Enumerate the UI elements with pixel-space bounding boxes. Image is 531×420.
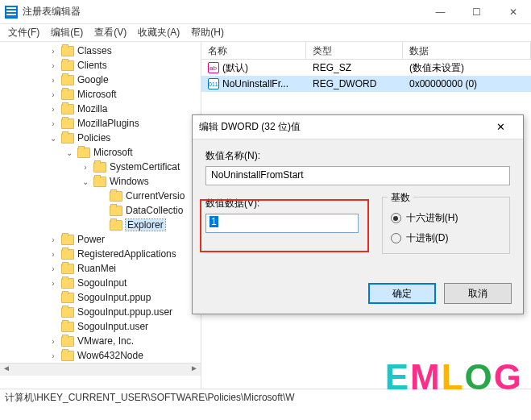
- ok-button[interactable]: 确定: [368, 283, 436, 304]
- edit-dword-dialog: 编辑 DWORD (32 位)值 ✕ 数值名称(N): NoUninstallF…: [192, 114, 524, 314]
- radix-dec-option[interactable]: 十进制(D): [391, 231, 501, 245]
- tree-node-label: RegisteredApplications: [77, 248, 176, 260]
- tree-node-label: VMware, Inc.: [77, 335, 134, 347]
- twist-icon[interactable]: ›: [48, 76, 58, 85]
- tree-node[interactable]: SogouInput.user: [0, 319, 201, 334]
- tree-node-label: Power: [77, 234, 105, 245]
- twist-icon[interactable]: ›: [48, 90, 58, 99]
- tree-node-label: Explorer: [126, 219, 165, 231]
- value-name-input[interactable]: NoUninstallFromStart: [205, 166, 510, 185]
- folder-icon: [110, 191, 122, 202]
- folder-icon: [61, 351, 74, 361]
- folder-icon: [93, 177, 106, 187]
- dialog-titlebar[interactable]: 编辑 DWORD (32 位)值 ✕: [193, 115, 523, 139]
- tree-node[interactable]: ›SogouInput: [0, 276, 201, 290]
- tree-node[interactable]: ›Clients: [0, 58, 201, 73]
- folder-icon: [61, 133, 74, 143]
- value-data: 0x00000000 (0): [403, 78, 531, 89]
- tree-node-label: SogouInput: [77, 277, 127, 289]
- tree-node[interactable]: ›Power: [0, 232, 201, 247]
- tree-node[interactable]: ›MozillaPlugins: [0, 116, 201, 131]
- window-title: 注册表编辑器: [23, 5, 422, 19]
- twist-icon[interactable]: ›: [48, 235, 58, 244]
- radio-icon: [391, 213, 401, 223]
- reg-value-icon: [208, 78, 219, 89]
- tree-node[interactable]: DataCollectio: [0, 203, 201, 218]
- menu-fav[interactable]: 收藏夹(A): [133, 24, 185, 41]
- twist-icon[interactable]: ›: [81, 163, 90, 172]
- twist-icon[interactable]: ›: [48, 351, 58, 360]
- twist-icon[interactable]: ›: [48, 337, 58, 346]
- radix-legend: 基数: [388, 191, 413, 205]
- menu-help[interactable]: 帮助(H): [186, 24, 229, 41]
- tree-node-label: Classes: [77, 45, 112, 56]
- col-data[interactable]: 数据: [403, 42, 531, 59]
- tree-node[interactable]: ⌄Windows: [0, 174, 201, 189]
- twist-icon[interactable]: ›: [48, 105, 58, 114]
- minimize-button[interactable]: —: [422, 0, 458, 24]
- twist-icon[interactable]: ⌄: [48, 134, 58, 143]
- col-name[interactable]: 名称: [201, 42, 306, 59]
- twist-icon[interactable]: ⌄: [64, 148, 74, 157]
- tree-node[interactable]: ⌄Microsoft: [0, 145, 201, 160]
- tree-node[interactable]: ›RuanMei: [0, 261, 201, 276]
- folder-icon: [61, 75, 74, 85]
- tree-node-label: Clients: [77, 60, 107, 71]
- value-name-label: 数值名称(N):: [205, 149, 510, 163]
- tree-node[interactable]: CurrentVersio: [0, 189, 201, 203]
- cancel-button[interactable]: 取消: [444, 283, 512, 304]
- tree-node-label: SogouInput.ppup: [77, 292, 151, 303]
- list-row[interactable]: (默认)REG_SZ(数值未设置): [201, 60, 531, 76]
- list-header: 名称 类型 数据: [201, 42, 531, 60]
- menu-edit[interactable]: 编辑(E): [46, 24, 88, 41]
- dialog-close-button[interactable]: ✕: [484, 116, 516, 139]
- twist-icon[interactable]: ›: [48, 264, 58, 273]
- radix-hex-label: 十六进制(H): [406, 211, 458, 225]
- value-name: NoUninstallFr...: [222, 78, 288, 89]
- menu-file[interactable]: 文件(F): [3, 24, 44, 41]
- tree-node-label: Mozilla: [77, 103, 107, 114]
- tree-node[interactable]: ⌄Policies: [0, 131, 201, 145]
- tree-pane[interactable]: ›Classes›Clients›Google›Microsoft›Mozill…: [0, 42, 201, 389]
- twist-icon[interactable]: ›: [48, 279, 58, 288]
- twist-icon[interactable]: ⌄: [81, 177, 90, 186]
- list-body: (默认)REG_SZ(数值未设置)NoUninstallFr...REG_DWO…: [201, 60, 531, 92]
- menu-view[interactable]: 查看(V): [89, 24, 131, 41]
- folder-icon: [61, 104, 74, 114]
- tree-node[interactable]: ›Google: [0, 73, 201, 87]
- folder-icon: [61, 89, 74, 100]
- tree-node[interactable]: ›RegisteredApplications: [0, 247, 201, 261]
- tree-node[interactable]: SogouInput.ppup.user: [0, 305, 201, 319]
- tree-node[interactable]: Explorer: [0, 218, 201, 232]
- folder-icon: [61, 336, 74, 347]
- twist-icon[interactable]: ›: [48, 47, 58, 56]
- twist-icon[interactable]: ›: [48, 61, 58, 70]
- folder-icon: [110, 220, 122, 231]
- tree-node[interactable]: ›Wow6432Node: [0, 348, 201, 363]
- value-data-input[interactable]: 1: [205, 214, 359, 233]
- tree-node[interactable]: ›Mozilla: [0, 102, 201, 116]
- folder-icon: [61, 293, 74, 303]
- folder-icon: [77, 148, 90, 158]
- twist-icon[interactable]: ›: [48, 119, 58, 128]
- radix-hex-option[interactable]: 十六进制(H): [391, 211, 501, 225]
- tree-hscroll[interactable]: ◄►: [0, 363, 201, 376]
- maximize-button[interactable]: ☐: [458, 0, 495, 24]
- app-icon: [5, 6, 18, 19]
- tree-node[interactable]: ›Classes: [0, 44, 201, 58]
- twist-icon[interactable]: ›: [48, 250, 58, 259]
- tree-node[interactable]: SogouInput.ppup: [0, 290, 201, 305]
- folder-icon: [61, 278, 74, 289]
- reg-value-icon: [208, 62, 219, 73]
- tree-node[interactable]: ›VMware, Inc.: [0, 334, 201, 348]
- folder-icon: [61, 119, 74, 129]
- folder-icon: [61, 264, 74, 274]
- titlebar: 注册表编辑器 — ☐ ✕: [0, 0, 531, 24]
- col-type[interactable]: 类型: [306, 42, 403, 59]
- close-button[interactable]: ✕: [495, 0, 531, 24]
- list-row[interactable]: NoUninstallFr...REG_DWORD0x00000000 (0): [201, 76, 531, 92]
- tree-node[interactable]: ›Microsoft: [0, 87, 201, 102]
- tree-node-label: CurrentVersio: [126, 190, 185, 202]
- tree-node[interactable]: ›SystemCertificat: [0, 160, 201, 174]
- value-type: REG_DWORD: [306, 78, 403, 89]
